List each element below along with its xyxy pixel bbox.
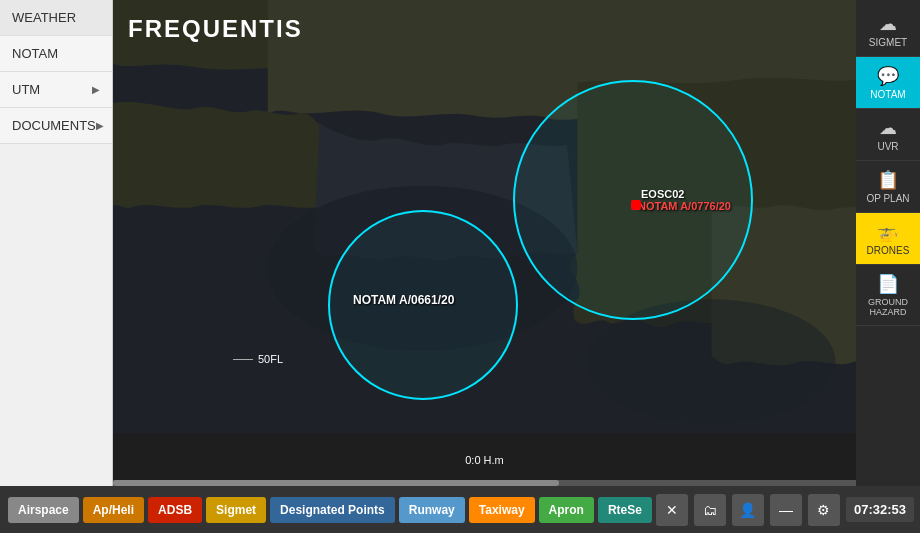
sidebar-item-op-plan[interactable]: 📋 OP PLAN	[856, 161, 920, 213]
altitude-line	[233, 359, 253, 360]
utm-arrow-icon: ▶	[92, 84, 100, 95]
filter-adsb-button[interactable]: ADSB	[148, 497, 202, 523]
notam-right-icon: 💬	[877, 65, 899, 87]
uvr-icon: ☁	[879, 117, 897, 139]
uvr-label: UVR	[877, 141, 898, 152]
filter-runway-button[interactable]: Runway	[399, 497, 465, 523]
frequentis-logo: FREQUENTIS	[128, 15, 303, 43]
close-tool-icon: ✕	[666, 502, 678, 518]
sidebar-item-ground-hazard[interactable]: 📄 GROUND HAZARD	[856, 265, 920, 326]
sidebar-item-documents[interactable]: DOCUMENTS ▶	[0, 108, 112, 144]
sigmet-icon: ☁	[879, 13, 897, 35]
filter-rtese-button[interactable]: RteSe	[598, 497, 652, 523]
drones-icon: 🚁	[877, 221, 899, 243]
weather-label: WEATHER	[12, 10, 76, 25]
folder-tool-icon: 🗂	[703, 502, 717, 518]
toolbar-right: ✕ 🗂 👤 — ⚙ 07:32:53	[656, 494, 914, 526]
sidebar-item-notam-right[interactable]: 💬 NOTAM	[856, 57, 920, 109]
op-plan-label: OP PLAN	[866, 193, 909, 204]
documents-arrow-icon: ▶	[96, 120, 104, 131]
dash-tool-button[interactable]: —	[770, 494, 802, 526]
notam-marker	[631, 200, 641, 210]
map-container[interactable]: FREQUENTIS NOTAM A/0661/20 EOSC02 NOTAM …	[113, 0, 856, 486]
filter-designated-points-button[interactable]: Designated Points	[270, 497, 395, 523]
settings-tool-button[interactable]: ⚙	[808, 494, 840, 526]
ground-hazard-label: GROUND HAZARD	[860, 297, 916, 317]
notam-label-2b: NOTAM A/0776/20	[638, 200, 731, 212]
altitude-value: 50FL	[258, 353, 283, 365]
filter-sigmet-button[interactable]: Sigmet	[206, 497, 266, 523]
scrollbar-thumb	[113, 480, 559, 486]
right-sidebar: ☁ SIGMET 💬 NOTAM ☁ UVR 📋 OP PLAN 🚁 DRONE…	[856, 0, 920, 486]
sidebar-item-utm[interactable]: UTM ▶	[0, 72, 112, 108]
altitude-label: 50FL	[233, 353, 283, 365]
sidebar-item-sigmet[interactable]: ☁ SIGMET	[856, 5, 920, 57]
notam-right-label: NOTAM	[870, 89, 905, 100]
bottom-toolbar: Airspace Ap/Heli ADSB Sigmet Designated …	[0, 486, 920, 533]
filter-airspace-button[interactable]: Airspace	[8, 497, 79, 523]
filter-apron-button[interactable]: Apron	[539, 497, 594, 523]
sidebar-item-notam[interactable]: NOTAM	[0, 36, 112, 72]
distance-label: 0:0 H.m	[465, 454, 504, 466]
utm-label: UTM	[12, 82, 40, 97]
time-display: 07:32:53	[846, 497, 914, 522]
dash-tool-icon: —	[779, 502, 793, 518]
filter-ap-heli-button[interactable]: Ap/Heli	[83, 497, 144, 523]
documents-label: DOCUMENTS	[12, 118, 96, 133]
drones-label: DRONES	[867, 245, 910, 256]
ground-hazard-icon: 📄	[877, 273, 899, 295]
map-scrollbar[interactable]	[113, 480, 856, 486]
notam-label-2a: EOSC02	[641, 188, 684, 200]
left-sidebar: WEATHER NOTAM UTM ▶ DOCUMENTS ▶	[0, 0, 113, 486]
close-tool-button[interactable]: ✕	[656, 494, 688, 526]
settings-tool-icon: ⚙	[817, 502, 830, 518]
distance-value: 0:0 H.m	[465, 454, 504, 466]
sigmet-sidebar-label: SIGMET	[869, 37, 907, 48]
sidebar-item-uvr[interactable]: ☁ UVR	[856, 109, 920, 161]
folder-tool-button[interactable]: 🗂	[694, 494, 726, 526]
notam-label: NOTAM	[12, 46, 58, 61]
sidebar-item-drones[interactable]: 🚁 DRONES	[856, 213, 920, 265]
op-plan-icon: 📋	[877, 169, 899, 191]
filter-taxiway-button[interactable]: Taxiway	[469, 497, 535, 523]
user-tool-button[interactable]: 👤	[732, 494, 764, 526]
notam-label-1: NOTAM A/0661/20	[353, 293, 454, 307]
user-tool-icon: 👤	[739, 502, 756, 518]
sidebar-item-weather[interactable]: WEATHER	[0, 0, 112, 36]
